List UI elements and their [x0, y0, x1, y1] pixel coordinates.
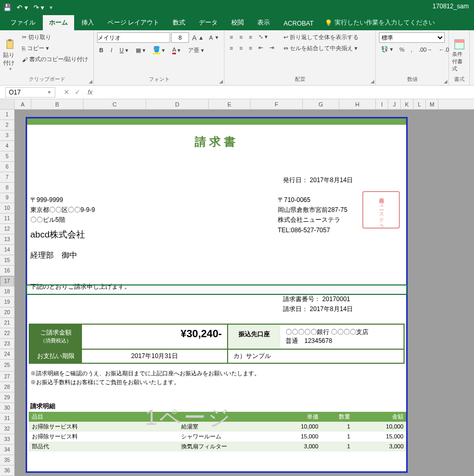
decrease-font-button[interactable]: A▼	[207, 33, 221, 42]
tab-file[interactable]: ファイル	[4, 15, 42, 30]
row-header-31[interactable]: 31	[0, 413, 14, 424]
row-header-13[interactable]: 13	[0, 234, 14, 245]
merge-center-button[interactable]: ⇔セルを結合して中央揃え ▾	[281, 43, 361, 53]
paste-button[interactable]: 貼り付け ▼	[3, 32, 18, 75]
row-header-7[interactable]: 7	[0, 172, 14, 183]
row-header-23[interactable]: 23	[0, 339, 14, 349]
row-header-9[interactable]: 9	[0, 193, 14, 204]
dialog-launcher-icon[interactable]: ◢	[371, 79, 374, 84]
row-header-35[interactable]: 35	[0, 455, 14, 466]
col-header-L[interactable]: L	[413, 99, 426, 109]
align-right-button[interactable]: ≡	[247, 44, 254, 52]
row-header-17[interactable]: 17	[0, 276, 14, 287]
row-header-25[interactable]: 25	[0, 360, 14, 372]
number-format-combo[interactable]: 標準	[379, 32, 445, 43]
row-header-29[interactable]: 29	[0, 392, 14, 403]
accounting-format-button[interactable]: 💱 ▾	[379, 45, 395, 54]
tab-insert[interactable]: 挿入	[75, 15, 100, 30]
cells-canvas[interactable]: 請求書 発行日： 2017年8月14日 〒999-9999 東京都〇〇区〇〇9-…	[15, 110, 474, 476]
decrease-indent-button[interactable]: ⇤	[256, 43, 265, 52]
italic-button[interactable]: I	[109, 46, 114, 54]
align-left-button[interactable]: ≡	[228, 44, 235, 52]
col-header-B[interactable]: B	[31, 99, 84, 109]
font-color-button[interactable]: A ▾	[170, 45, 183, 55]
percent-button[interactable]: %	[397, 45, 407, 54]
fill-color-button[interactable]: 🪣 ▾	[151, 45, 167, 55]
tab-acrobat[interactable]: ACROBAT	[277, 17, 319, 30]
row-header-8[interactable]: 8	[0, 183, 14, 193]
format-painter-button[interactable]: 🖌書式のコピー/貼り付け	[20, 54, 90, 64]
enter-icon[interactable]: ✓	[75, 88, 80, 96]
tab-home[interactable]: ホーム	[43, 15, 74, 30]
col-header-A[interactable]: A	[15, 99, 31, 109]
row-header-10[interactable]: 10	[0, 203, 14, 213]
align-middle-button[interactable]: ≡	[237, 33, 244, 41]
orientation-button[interactable]: ⤡ ▾	[256, 32, 270, 41]
chevron-down-icon[interactable]: ▼	[47, 90, 52, 95]
col-header-E[interactable]: E	[209, 99, 251, 109]
col-header-G[interactable]: G	[303, 99, 339, 109]
row-header-5[interactable]: 5	[0, 151, 14, 162]
row-header-4[interactable]: 4	[0, 141, 14, 151]
align-center-button[interactable]: ≡	[237, 44, 244, 52]
undo-icon[interactable]: ↶ ▾	[17, 4, 28, 11]
tab-view[interactable]: 表示	[251, 15, 276, 30]
row-header-15[interactable]: 15	[0, 255, 14, 266]
align-top-button[interactable]: ≡	[228, 33, 235, 41]
wrap-text-button[interactable]: ↩折り返して全体を表示する	[281, 32, 361, 42]
border-button[interactable]: ▦ ▾	[134, 46, 148, 55]
col-header-C[interactable]: C	[84, 99, 146, 109]
qat-customize-icon[interactable]: ▾	[50, 4, 53, 11]
increase-decimal-button[interactable]: .00→	[417, 45, 434, 54]
tab-formulas[interactable]: 数式	[167, 15, 192, 30]
dialog-launcher-icon[interactable]: ◢	[219, 79, 223, 84]
row-header-28[interactable]: 28	[0, 382, 14, 392]
tell-me-search[interactable]: 💡 実行したい作業を入力してください	[321, 15, 439, 30]
row-header-33[interactable]: 33	[0, 434, 14, 445]
formula-input[interactable]	[96, 87, 474, 98]
row-header-34[interactable]: 34	[0, 445, 14, 455]
col-header-F[interactable]: F	[251, 99, 303, 109]
cancel-icon[interactable]: ✕	[64, 88, 69, 96]
select-all-corner[interactable]	[0, 99, 15, 109]
row-header-19[interactable]: 19	[0, 297, 14, 307]
row-header-6[interactable]: 6	[0, 162, 14, 172]
tab-page-layout[interactable]: ページ レイアウト	[101, 15, 165, 30]
font-name-combo[interactable]	[97, 32, 170, 43]
dialog-launcher-icon[interactable]: ◢	[89, 79, 92, 84]
tab-review[interactable]: 校閲	[225, 15, 250, 30]
copy-button[interactable]: ⎘コピー ▾	[20, 43, 90, 53]
row-header-18[interactable]: 18	[0, 287, 14, 297]
col-header-J[interactable]: J	[388, 99, 401, 109]
col-header-M[interactable]: M	[426, 99, 439, 109]
row-header-36[interactable]: 36	[0, 466, 14, 476]
phonetic-button[interactable]: ア亜 ▾	[186, 45, 206, 55]
redo-icon[interactable]: ↷ ▾	[33, 4, 45, 11]
align-bottom-button[interactable]: ≡	[247, 33, 254, 41]
bold-button[interactable]: B	[97, 46, 105, 54]
worksheet-area[interactable]: 1234567891011121314151617181920212223242…	[0, 110, 474, 476]
comma-button[interactable]: ,	[409, 45, 414, 54]
increase-indent-button[interactable]: ⇥	[267, 43, 276, 52]
row-header-11[interactable]: 11	[0, 213, 14, 224]
conditional-format-button[interactable]: 条件付書式	[452, 32, 466, 75]
name-box[interactable]: O17 ▼	[5, 87, 55, 98]
save-icon[interactable]: 💾	[3, 4, 11, 11]
underline-button[interactable]: U ▾	[117, 46, 131, 55]
row-header-1[interactable]: 1	[0, 110, 14, 120]
row-header-21[interactable]: 21	[0, 318, 14, 328]
cut-button[interactable]: ✂切り取り	[20, 32, 90, 42]
font-size-combo[interactable]	[171, 32, 189, 43]
dialog-launcher-icon[interactable]: ◢	[444, 79, 447, 84]
row-header-16[interactable]: 16	[0, 266, 14, 276]
row-header-30[interactable]: 30	[0, 403, 14, 413]
row-header-14[interactable]: 14	[0, 245, 14, 255]
row-header-20[interactable]: 20	[0, 307, 14, 318]
row-header-2[interactable]: 2	[0, 120, 14, 130]
col-header-K[interactable]: K	[401, 99, 413, 109]
col-header-I[interactable]: I	[376, 99, 388, 109]
row-header-22[interactable]: 22	[0, 328, 14, 339]
row-header-24[interactable]: 24	[0, 349, 14, 360]
tab-data[interactable]: データ	[193, 15, 224, 30]
row-header-12[interactable]: 12	[0, 224, 14, 234]
